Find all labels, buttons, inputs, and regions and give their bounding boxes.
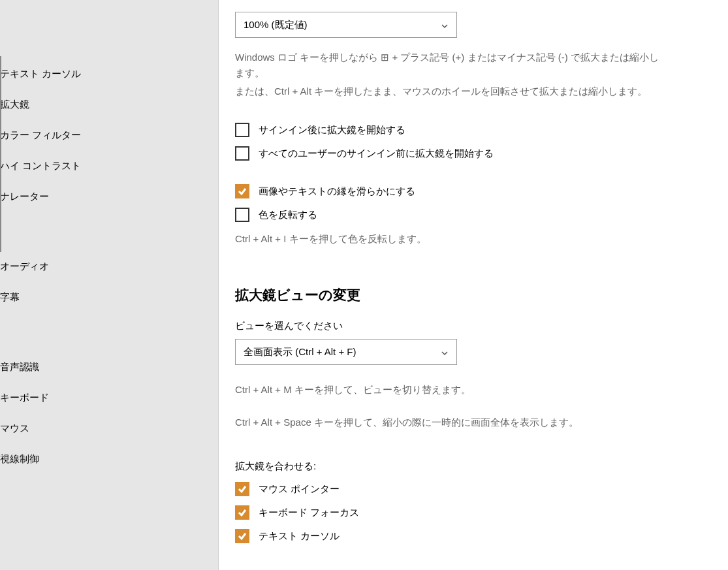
sidebar: テキスト カーソル 拡大鏡 カラー フィルター ハイ コントラスト ナレーター … [0,0,219,570]
checkbox-start-after-signin[interactable]: サインイン後に拡大鏡を開始する [235,123,712,137]
sidebar-item-color-filter[interactable]: カラー フィルター [0,120,218,151]
checkbox-label: マウス ポインター [259,483,340,496]
chevron-down-icon [441,348,449,356]
checkbox-label: サインイン後に拡大鏡を開始する [259,124,405,136]
sidebar-item-text-cursor[interactable]: テキスト カーソル [0,59,218,89]
zoom-level-value: 100% (既定値) [244,19,308,31]
checkbox-box-checked [235,529,249,543]
sidebar-item-high-contrast[interactable]: ハイ コントラスト [0,151,218,182]
checkbox-label: 画像やテキストの縁を滑らかにする [259,185,415,198]
sidebar-item-speech[interactable]: 音声認識 [0,352,218,383]
zoom-help-text-1: Windows ロゴ キーを押しながら ⊞ + プラス記号 (+) またはマイナ… [235,50,666,81]
main-content: 100% (既定値) Windows ロゴ キーを押しながら ⊞ + プラス記号… [219,0,728,570]
view-help-text-1: Ctrl + Alt + M キーを押して、ビューを切り替えます。 [235,382,666,398]
checkbox-box-checked [235,482,249,496]
checkbox-invert-colors[interactable]: 色を反転する [235,208,712,222]
checkbox-follow-cursor[interactable]: テキスト カーソル [235,529,712,543]
sidebar-item-narrator[interactable]: ナレーター [0,182,218,212]
section-title-view: 拡大鏡ビューの変更 [235,286,712,304]
checkbox-box [235,208,249,222]
zoom-level-dropdown[interactable]: 100% (既定値) [235,12,457,38]
checkbox-box-checked [235,505,249,520]
checkbox-box [235,146,249,161]
checkbox-label: 色を反転する [259,209,317,221]
follow-label: 拡大鏡を合わせる: [235,460,712,473]
sidebar-item-mouse[interactable]: マウス [0,413,218,444]
view-dropdown-value: 全画面表示 (Ctrl + Alt + F) [244,346,356,358]
zoom-help-text-2: または、Ctrl + Alt キーを押したまま、マウスのホイールを回転させて拡大… [235,84,666,99]
sidebar-item-keyboard[interactable]: キーボード [0,383,218,413]
sidebar-item-audio[interactable]: オーディオ [0,251,218,282]
checkbox-follow-keyboard[interactable]: キーボード フォーカス [235,505,712,520]
checkbox-smooth-edges[interactable]: 画像やテキストの縁を滑らかにする [235,184,712,198]
view-help-text-2: Ctrl + Alt + Space キーを押して、縮小の際に一時的に画面全体を… [235,415,666,430]
checkbox-label: テキスト カーソル [259,530,340,543]
chevron-down-icon [441,21,449,29]
checkbox-box-checked [235,184,249,198]
checkbox-box [235,123,249,137]
checkbox-start-before-signin[interactable]: すべてのユーザーのサインイン前に拡大鏡を開始する [235,146,712,161]
sidebar-item-magnifier[interactable]: 拡大鏡 [0,89,218,120]
invert-colors-help: Ctrl + Alt + I キーを押して色を反転します。 [235,231,666,247]
checkbox-label: すべてのユーザーのサインイン前に拡大鏡を開始する [259,148,494,160]
checkbox-follow-mouse[interactable]: マウス ポインター [235,482,712,496]
view-dropdown[interactable]: 全画面表示 (Ctrl + Alt + F) [235,339,457,365]
checkbox-label: キーボード フォーカス [259,507,359,519]
scrollbar-indicator [0,56,1,252]
sidebar-item-subtitles[interactable]: 字幕 [0,282,218,313]
sidebar-item-eye-control[interactable]: 視線制御 [0,444,218,475]
view-field-label: ビューを選んでください [235,320,712,332]
